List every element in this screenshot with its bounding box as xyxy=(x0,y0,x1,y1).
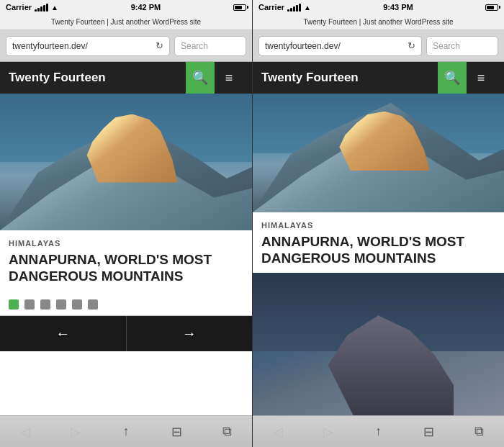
bookmarks-icon-left: ⊟ xyxy=(171,424,182,440)
safari-share-left[interactable]: ↑ xyxy=(112,417,140,446)
search-button-left[interactable]: 🔍 xyxy=(186,62,215,94)
safari-bookmarks-right[interactable]: ⊟ xyxy=(414,417,443,446)
url-bar-left: twentyfourteen.dev/ ↻ Search xyxy=(0,30,252,62)
safari-forward-left[interactable]: ▷ xyxy=(61,417,90,446)
safari-forward-right[interactable]: ▷ xyxy=(314,417,343,446)
lower-hero-right xyxy=(253,273,504,415)
search-icon-left: 🔍 xyxy=(192,70,208,86)
slide-dots-left xyxy=(0,294,252,315)
category-left: HIMALAYAS xyxy=(9,239,243,248)
time-right: 9:43 PM xyxy=(383,3,413,12)
back-arrow-left: ← xyxy=(55,325,70,342)
safari-back-left[interactable]: ◁ xyxy=(11,417,40,446)
signal-bars-left xyxy=(35,4,48,12)
battery-left xyxy=(233,4,246,11)
nav-back-button-left[interactable]: ← xyxy=(0,316,126,351)
dot-5-left[interactable] xyxy=(72,299,82,310)
url-field-left[interactable]: twentyfourteen.dev/ ↻ xyxy=(6,36,170,56)
dot-2-left[interactable] xyxy=(24,299,35,310)
reload-icon-right[interactable]: ↻ xyxy=(408,40,415,51)
battery-right xyxy=(485,4,498,11)
safari-share-right[interactable]: ↑ xyxy=(364,417,392,446)
carrier-left: Carrier xyxy=(6,3,32,12)
dot-4-left[interactable] xyxy=(56,299,66,310)
article-content-left: HIMALAYAS ANNAPURNA, WORLD'S MOST DANGER… xyxy=(0,230,252,294)
search-placeholder-right: Search xyxy=(433,41,460,51)
article-title-right: ANNAPURNA, WORLD'S MOST DANGEROUS MOUNTA… xyxy=(261,234,495,267)
hero-image-left xyxy=(0,94,252,230)
safari-bookmarks-left[interactable]: ⊟ xyxy=(162,417,191,446)
menu-button-left[interactable]: ≡ xyxy=(215,62,243,94)
search-icon-right: 🔍 xyxy=(444,70,460,86)
article-title-left: ANNAPURNA, WORLD'S MOST DANGEROUS MOUNTA… xyxy=(9,252,243,285)
safari-toolbar-left: ◁ ▷ ↑ ⊟ ⧉ xyxy=(0,415,252,447)
search-button-right[interactable]: 🔍 xyxy=(438,62,467,94)
url-bar-right: twentyfourteen.dev/ ↻ Search xyxy=(253,30,504,62)
safari-toolbar-right: ◁ ▷ ↑ ⊟ ⧉ xyxy=(253,415,504,447)
signal-bars-right xyxy=(287,4,301,12)
url-text-right: twentyfourteen.dev/ xyxy=(265,41,405,51)
left-phone-panel: Carrier ▲ 9:42 PM Twenty Fourteen | Just… xyxy=(0,0,252,447)
forward-icon-right: ▷ xyxy=(323,424,333,440)
safari-back-right[interactable]: ◁ xyxy=(264,417,292,446)
site-title-left: Twenty Fourteen xyxy=(9,71,106,85)
wifi-icon-left: ▲ xyxy=(51,4,58,12)
header-icons-right: 🔍 ≡ xyxy=(438,62,495,94)
search-placeholder-left: Search xyxy=(181,41,208,51)
url-field-right[interactable]: twentyfourteen.dev/ ↻ xyxy=(258,36,422,56)
status-right-left xyxy=(233,4,246,11)
status-right-right xyxy=(485,4,498,11)
forward-icon-left: ▷ xyxy=(71,424,81,440)
site-header-right: Twenty Fourteen 🔍 ≡ xyxy=(253,62,504,94)
category-right: HIMALAYAS xyxy=(261,221,495,230)
battery-body-left xyxy=(233,4,246,11)
time-left: 9:42 PM xyxy=(131,3,161,12)
menu-icon-right: ≡ xyxy=(477,71,485,86)
bookmarks-icon-right: ⊟ xyxy=(423,424,434,440)
share-icon-left: ↑ xyxy=(123,424,130,439)
search-field-left[interactable]: Search xyxy=(174,36,246,56)
menu-button-right[interactable]: ≡ xyxy=(467,62,495,94)
site-header-left: Twenty Fourteen 🔍 ≡ xyxy=(0,62,252,94)
back-icon-right: ◁ xyxy=(273,424,283,440)
url-text-left: twentyfourteen.dev/ xyxy=(12,41,153,51)
right-phone-panel: Carrier ▲ 9:43 PM Twenty Fourteen | Just… xyxy=(252,0,504,447)
header-icons-left: 🔍 ≡ xyxy=(186,62,243,94)
status-bar-left: Carrier ▲ 9:42 PM xyxy=(0,0,252,14)
article-content-right: HIMALAYAS ANNAPURNA, WORLD'S MOST DANGER… xyxy=(253,212,504,273)
menu-icon-left: ≡ xyxy=(225,71,233,86)
forward-arrow-left: → xyxy=(182,325,197,342)
nav-forward-button-left[interactable]: → xyxy=(126,316,253,351)
tabs-icon-left: ⧉ xyxy=(222,424,232,439)
status-left-right: Carrier ▲ xyxy=(258,3,311,12)
search-field-right[interactable]: Search xyxy=(426,36,498,56)
tab-title-right: Twenty Fourteen | Just another WordPress… xyxy=(253,14,504,30)
dot-3-left[interactable] xyxy=(40,299,50,310)
share-icon-right: ↑ xyxy=(375,424,382,439)
status-bar-right: Carrier ▲ 9:43 PM xyxy=(253,0,504,14)
tabs-icon-right: ⧉ xyxy=(474,424,484,439)
safari-tabs-right[interactable]: ⧉ xyxy=(464,417,493,446)
reload-icon-left[interactable]: ↻ xyxy=(156,40,163,51)
site-title-right: Twenty Fourteen xyxy=(261,71,359,85)
carrier-right: Carrier xyxy=(258,3,284,12)
dot-6-left[interactable] xyxy=(88,299,98,310)
tab-title-left: Twenty Fourteen | Just another WordPress… xyxy=(0,14,252,30)
battery-fill-right xyxy=(487,6,494,9)
wifi-icon-right: ▲ xyxy=(304,4,311,12)
status-left: Carrier ▲ xyxy=(6,3,58,12)
battery-body-right xyxy=(485,4,498,11)
safari-tabs-left[interactable]: ⧉ xyxy=(212,417,241,446)
dot-1-left[interactable] xyxy=(9,299,19,310)
hero-image-right xyxy=(253,94,504,212)
back-icon-left: ◁ xyxy=(20,424,30,440)
battery-fill-left xyxy=(235,6,242,9)
nav-arrows-left: ← → xyxy=(0,315,252,351)
